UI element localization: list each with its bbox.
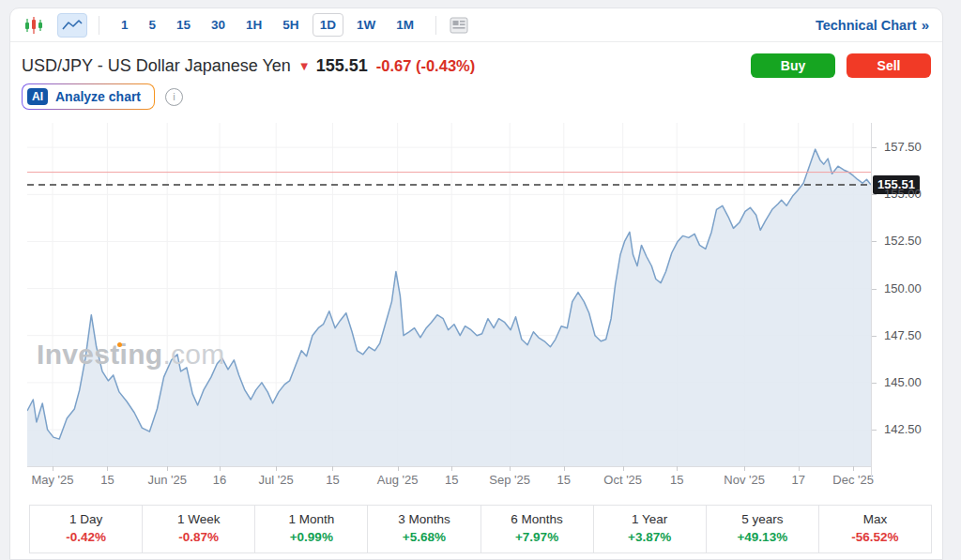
performance-table: 1 Day -0.42% 1 Week -0.87% 1 Month +0.99… <box>29 505 932 553</box>
sell-button[interactable]: Sell <box>847 53 931 78</box>
x-axis-label: 15 <box>100 473 114 487</box>
perf-cell-3-months: 3 Months +5.68% <box>367 506 480 552</box>
x-axis-tick <box>167 466 168 471</box>
x-axis-label: 16 <box>213 473 226 487</box>
last-price: 155.51 <box>316 56 368 76</box>
analyze-chart-button[interactable]: AI Analyze chart <box>22 83 155 110</box>
x-axis-label: Sep '25 <box>489 473 530 487</box>
x-axis-tick <box>220 466 221 471</box>
analyze-chart-label: Analyze chart <box>55 89 141 104</box>
price-down-arrow-icon: ▼ <box>298 59 311 73</box>
technical-chart-link[interactable]: Technical Chart » <box>816 17 929 33</box>
perf-label: 1 Year <box>594 512 706 526</box>
y-axis-tick <box>872 147 877 148</box>
chart-plot-area: Investing.com <box>27 123 871 466</box>
perf-label: 1 Week <box>143 512 254 526</box>
x-axis-tick <box>564 466 565 471</box>
x-axis-tick <box>510 466 511 471</box>
x-axis-tick <box>744 466 745 471</box>
perf-value: -56.52% <box>819 530 931 544</box>
y-axis-label: 142.50 <box>884 422 922 436</box>
y-axis-tick <box>872 289 877 290</box>
perf-cell-1-week: 1 Week -0.87% <box>142 506 254 552</box>
perf-label: Max <box>819 512 931 526</box>
toolbar-divider <box>435 16 436 35</box>
perf-value: -0.87% <box>143 530 254 544</box>
timeframe-1m[interactable]: 1M <box>389 13 421 37</box>
chart-toolbar: 1 5 15 30 1H 5H 1D 1W 1M Technical Chart… <box>10 8 942 42</box>
x-axis-label: 15 <box>445 473 458 487</box>
timeframe-15[interactable]: 15 <box>169 13 198 37</box>
perf-value: +49.13% <box>707 530 818 544</box>
perf-label: 3 Months <box>368 512 480 526</box>
perf-cell-1-year: 1 Year +3.87% <box>593 506 706 552</box>
y-axis-label: 145.00 <box>884 375 922 389</box>
timeframe-1[interactable]: 1 <box>114 13 136 37</box>
x-axis-label: Dec '25 <box>832 473 874 487</box>
price-change: -0.67 (-0.43%) <box>376 57 475 75</box>
x-axis-tick <box>853 466 854 471</box>
perf-cell-5-years: 5 years +49.13% <box>706 506 818 552</box>
x-axis-label: Jul '25 <box>259 473 294 487</box>
info-icon[interactable]: i <box>165 88 183 106</box>
x-axis-tick <box>677 466 678 471</box>
time-axis[interactable]: May '2515Jun '2516Jul '2515Aug '2515Sep … <box>27 472 871 489</box>
y-axis-label: 152.50 <box>884 234 922 248</box>
perf-cell-1-day: 1 Day -0.42% <box>30 506 142 552</box>
timeframe-1w[interactable]: 1W <box>349 13 383 37</box>
perf-cell-6-months: 6 Months +7.97% <box>480 506 593 552</box>
x-axis-label: 15 <box>326 473 339 487</box>
x-axis-label: Nov '25 <box>724 473 765 487</box>
perf-value: +5.68% <box>368 530 480 544</box>
perf-label: 1 Month <box>255 512 367 526</box>
line-chart-icon[interactable] <box>57 13 87 38</box>
toolbar-divider <box>99 16 99 35</box>
perf-value: +0.99% <box>255 530 367 544</box>
chevrons-right-icon: » <box>922 17 929 33</box>
perf-value: -0.42% <box>30 530 142 544</box>
timeframe-1d[interactable]: 1D <box>313 13 343 37</box>
buy-button[interactable]: Buy <box>751 53 835 78</box>
x-axis-tick <box>276 466 277 471</box>
ai-badge-icon: AI <box>27 88 48 105</box>
y-axis-tick <box>872 241 877 242</box>
ai-analyze-row: AI Analyze chart i <box>22 83 183 110</box>
x-axis-tick <box>398 466 399 471</box>
y-axis-tick <box>872 336 877 337</box>
y-axis-tick <box>872 194 877 195</box>
timeframe-1h[interactable]: 1H <box>238 13 269 37</box>
perf-value: +7.97% <box>481 530 593 544</box>
perf-label: 1 Day <box>30 512 142 526</box>
perf-value: +3.87% <box>594 530 706 544</box>
page-title: USD/JPY - US Dollar Japanese Yen <box>22 56 291 76</box>
perf-label: 6 Months <box>481 512 593 526</box>
x-axis-tick <box>53 466 53 471</box>
x-axis-label: May '25 <box>31 473 73 487</box>
y-axis-label: 147.50 <box>884 328 922 342</box>
timeframe-5h[interactable]: 5H <box>275 13 306 37</box>
price-axis[interactable]: 155.51 157.50155.00152.50150.00147.50145… <box>871 123 943 477</box>
trade-buttons: Buy Sell <box>751 53 931 78</box>
x-axis-label: 17 <box>791 473 804 487</box>
candlestick-chart-icon[interactable] <box>23 15 44 36</box>
y-axis-label: 155.00 <box>884 187 922 201</box>
chart-card: 1 5 15 30 1H 5H 1D 1W 1M Technical Chart… <box>9 8 943 560</box>
x-axis-label: Oct '25 <box>603 473 642 487</box>
perf-cell-1-month: 1 Month +0.99% <box>254 506 367 552</box>
x-axis-tick <box>799 466 800 471</box>
timeframe-30[interactable]: 30 <box>204 13 233 37</box>
perf-cell-max: Max -56.52% <box>818 506 931 552</box>
x-axis-tick <box>107 466 108 471</box>
y-axis-tick <box>872 383 877 384</box>
news-panel-icon[interactable] <box>448 15 470 36</box>
x-axis-label: Aug '25 <box>377 473 419 487</box>
x-axis-tick <box>332 466 333 471</box>
x-axis-label: 15 <box>670 473 683 487</box>
perf-label: 5 years <box>707 512 818 526</box>
x-axis-tick <box>623 466 624 471</box>
x-axis-label: 15 <box>557 473 571 487</box>
y-axis-tick <box>872 430 877 431</box>
x-axis-tick <box>451 466 452 471</box>
price-chart-plot[interactable] <box>27 123 871 466</box>
timeframe-5[interactable]: 5 <box>142 13 164 37</box>
